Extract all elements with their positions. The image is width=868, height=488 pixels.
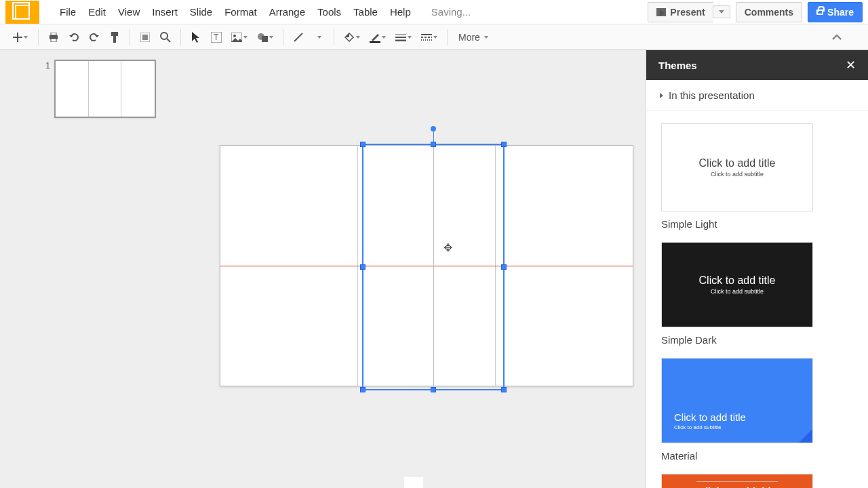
resize-handle-bl[interactable] (360, 387, 366, 392)
caret-down-icon (243, 36, 248, 39)
theme-preview-title: Click to add title (674, 411, 746, 423)
caret-down-icon (24, 36, 28, 39)
comments-button[interactable]: Comments (736, 2, 802, 22)
svg-line-10 (167, 39, 170, 42)
caret-down-icon (408, 36, 412, 39)
canvas-area[interactable]: ✥ (202, 50, 646, 488)
zoom-button[interactable] (156, 28, 175, 47)
menu-help[interactable]: Help (390, 6, 411, 18)
more-button[interactable]: More (453, 32, 494, 43)
svg-rect-6 (113, 36, 116, 43)
selected-shape[interactable] (362, 144, 505, 390)
menu-view[interactable]: View (118, 6, 140, 18)
caret-down-icon (484, 36, 488, 39)
present-label: Present (670, 7, 705, 18)
select-tool[interactable] (186, 28, 205, 47)
menu-table[interactable]: Table (353, 6, 378, 18)
svg-line-17 (294, 33, 302, 41)
more-label: More (458, 32, 480, 43)
caret-down-icon (317, 36, 321, 39)
line-dash-tool[interactable] (417, 28, 441, 47)
resize-handle-mr[interactable] (501, 264, 507, 270)
svg-rect-18 (370, 41, 380, 43)
theme-label-dark: Simple Dark (661, 334, 853, 346)
paint-format-button[interactable] (105, 28, 124, 47)
slide-thumbnail[interactable] (54, 60, 156, 118)
resize-handle-tm[interactable] (431, 142, 436, 147)
themes-title: Themes (658, 60, 697, 71)
theme-swiss[interactable]: Click to add title (661, 474, 813, 488)
svg-rect-4 (51, 39, 56, 42)
resize-handle-tr[interactable] (501, 142, 507, 147)
theme-label-light: Simple Light (661, 218, 853, 230)
svg-point-9 (161, 33, 167, 39)
close-themes-button[interactable]: ✕ (846, 58, 856, 73)
theme-preview-subtitle: Click to add subtitle (711, 171, 764, 178)
lock-icon (816, 9, 823, 15)
theme-simple-light[interactable]: Click to add title Click to add subtitle (661, 123, 813, 211)
present-dropdown[interactable] (713, 5, 730, 18)
menu-file[interactable]: File (60, 6, 76, 18)
new-slide-button[interactable] (8, 28, 33, 47)
fit-button[interactable] (136, 28, 155, 47)
svg-rect-5 (111, 32, 118, 36)
line-weight-tool[interactable] (391, 28, 416, 47)
line-color-tool[interactable] (366, 28, 390, 47)
svg-rect-8 (142, 35, 148, 40)
caret-down-icon (719, 10, 724, 14)
svg-rect-16 (262, 36, 268, 42)
themes-panel: Themes ✕ In this presentation Click to a… (646, 50, 868, 488)
theme-preview-subtitle: Click to add subtitle (674, 424, 721, 430)
bottom-scroll[interactable] (404, 476, 423, 488)
caret-down-icon (382, 36, 386, 39)
slide-number: 1 (41, 60, 54, 118)
slide-thumb-1[interactable]: 1 (41, 60, 202, 118)
theme-preview-title: Click to add title (698, 485, 776, 489)
slides-logo[interactable] (5, 1, 39, 24)
in-this-presentation[interactable]: In this presentation (646, 80, 868, 111)
theme-simple-dark[interactable]: Click to add title Click to add subtitle (661, 242, 813, 327)
svg-rect-3 (51, 33, 56, 35)
rotate-handle[interactable] (431, 126, 436, 131)
image-tool[interactable] (227, 28, 252, 47)
redo-button[interactable] (85, 28, 104, 47)
share-label: Share (827, 7, 854, 18)
menu-items: File Edit View Insert Slide Format Arran… (60, 6, 411, 18)
menu-insert[interactable]: Insert (152, 6, 178, 18)
present-button[interactable]: Present (648, 2, 713, 22)
toolbar: T More (0, 24, 868, 50)
resize-handle-tl[interactable] (360, 142, 366, 147)
line-dropdown[interactable] (309, 28, 328, 47)
filmstrip[interactable]: 1 (0, 50, 202, 488)
in-this-label: In this presentation (669, 89, 755, 101)
undo-button[interactable] (64, 28, 83, 47)
move-cursor-icon: ✥ (443, 241, 452, 254)
resize-handle-ml[interactable] (360, 264, 366, 270)
caret-down-icon (433, 36, 437, 39)
svg-point-14 (233, 35, 236, 37)
theme-label-material: Material (661, 450, 853, 462)
line-tool[interactable] (289, 28, 308, 47)
menu-edit[interactable]: Edit (88, 6, 106, 18)
menu-format[interactable]: Format (224, 6, 257, 18)
svg-text:T: T (214, 33, 219, 42)
theme-preview-title: Click to add title (699, 157, 776, 169)
resize-handle-bm[interactable] (431, 387, 436, 392)
caret-down-icon (356, 36, 360, 39)
textbox-tool[interactable]: T (207, 28, 226, 47)
menu-slide[interactable]: Slide (190, 6, 212, 18)
menu-tools[interactable]: Tools (317, 6, 341, 18)
resize-handle-br[interactable] (501, 387, 507, 392)
expand-icon (660, 93, 663, 98)
themes-header: Themes ✕ (646, 50, 868, 80)
menu-arrange[interactable]: Arrange (269, 6, 305, 18)
collapse-toolbar-button[interactable] (827, 28, 846, 47)
print-button[interactable] (44, 28, 63, 47)
shape-tool[interactable] (253, 28, 277, 47)
fill-color-tool[interactable] (340, 28, 364, 47)
caret-down-icon (269, 36, 273, 39)
menubar: File Edit View Insert Slide Format Arran… (0, 0, 868, 24)
share-button[interactable]: Share (808, 2, 863, 22)
theme-material[interactable]: Click to add title Click to add subtitle (661, 358, 813, 443)
main-area: 1 ✥ Themes (0, 50, 868, 488)
